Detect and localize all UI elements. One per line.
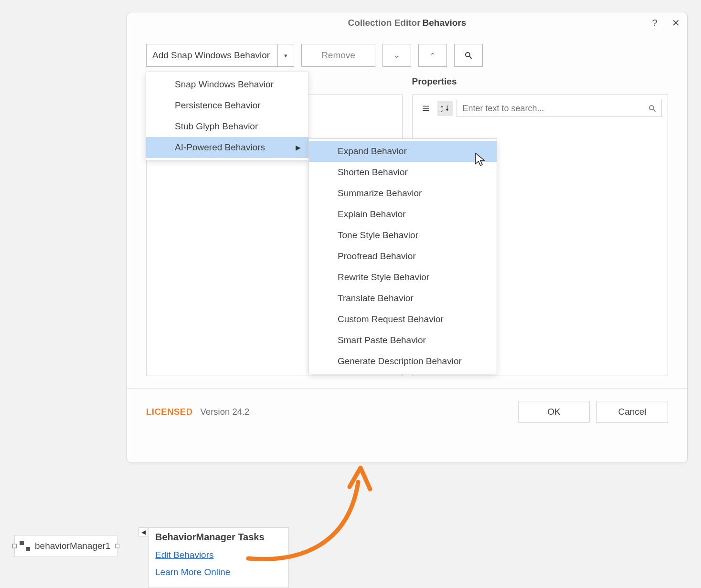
chevron-down-icon[interactable]: ▾ — [277, 44, 294, 66]
add-behavior-dropdown: Snap Windows BehaviorPersistence Behavio… — [146, 72, 309, 160]
menu-item[interactable]: Custom Request Behavior — [309, 309, 497, 330]
menu-item[interactable]: Shorten Behavior — [309, 162, 497, 183]
add-behavior-split-button[interactable]: Add Snap Windows Behavior ▾ — [146, 44, 294, 67]
svg-text:A: A — [441, 105, 443, 109]
edit-behaviors-link[interactable]: Edit Behaviors — [155, 546, 282, 564]
menu-item[interactable]: Expand Behavior — [309, 141, 497, 162]
remove-button[interactable]: Remove — [301, 44, 375, 67]
add-behavior-label: Add Snap Windows Behavior — [152, 50, 270, 61]
designer-component[interactable]: behaviorManager1 — [14, 535, 117, 557]
menu-item[interactable]: Smart Paste Behavior — [309, 330, 497, 351]
categorize-icon[interactable] — [418, 101, 434, 116]
menu-item[interactable]: Translate Behavior — [309, 288, 497, 309]
sort-alpha-icon[interactable]: A Z — [437, 101, 453, 116]
smart-tag-popup: ◀ BehaviorManager Tasks Edit Behaviors L… — [148, 527, 289, 588]
help-button[interactable]: ? — [648, 16, 661, 30]
find-button[interactable] — [454, 44, 483, 67]
learn-more-link[interactable]: Learn More Online — [155, 564, 282, 581]
menu-item[interactable]: Summarize Behavior — [309, 183, 497, 204]
version-label: Version 24.2 — [201, 407, 250, 417]
menu-item[interactable]: Generate Description Behavior — [309, 351, 497, 372]
svg-text:Z: Z — [441, 109, 443, 113]
cancel-button[interactable]: Cancel — [596, 401, 668, 423]
dialog-title-prefix: Collection Editor — [348, 18, 421, 28]
properties-search-input[interactable] — [462, 103, 645, 114]
titlebar: Collection Editor Behaviors ? ✕ — [127, 12, 687, 33]
smart-tag-title: BehaviorManager Tasks — [155, 532, 282, 543]
menu-item[interactable]: Proofread Behavior — [309, 246, 497, 267]
behavior-manager-icon — [20, 541, 30, 551]
svg-point-0 — [466, 52, 470, 57]
properties-panel-header: Properties — [412, 76, 669, 87]
toolbar: Add Snap Windows Behavior ▾ Remove ⌄ ⌃ — [127, 33, 687, 76]
menu-item[interactable]: Snap Windows Behavior — [146, 74, 308, 95]
smart-tag-handle[interactable]: ◀ — [138, 527, 148, 537]
move-up-button[interactable]: ⌃ — [418, 44, 447, 67]
menu-item[interactable]: Rewrite Style Behavior — [309, 267, 497, 288]
menu-item[interactable]: Persistence Behavior — [146, 95, 308, 116]
svg-line-1 — [469, 56, 472, 59]
menu-item[interactable]: Explain Behavior — [309, 204, 497, 225]
designer-component-label: behaviorManager1 — [35, 541, 110, 551]
dialog-title-main: Behaviors — [423, 18, 467, 28]
move-down-button[interactable]: ⌄ — [382, 44, 411, 67]
menu-item[interactable]: Tone Style Behavior — [309, 225, 497, 246]
chevron-right-icon: ▶ — [296, 144, 301, 151]
svg-line-10 — [653, 109, 656, 112]
search-icon — [648, 104, 657, 113]
licensed-label: LICENSED — [146, 407, 193, 417]
svg-point-9 — [649, 105, 654, 110]
menu-item[interactable]: AI-Powered Behaviors▶ — [146, 137, 308, 158]
ok-button[interactable]: OK — [518, 401, 590, 423]
menu-item[interactable]: Stub Glyph Behavior — [146, 116, 308, 137]
close-button[interactable]: ✕ — [669, 16, 682, 30]
ai-powered-behaviors-submenu: Expand BehaviorShorten BehaviorSummarize… — [308, 138, 497, 374]
dialog-footer: LICENSED Version 24.2 OK Cancel — [127, 388, 687, 427]
properties-search-field[interactable] — [457, 100, 662, 117]
